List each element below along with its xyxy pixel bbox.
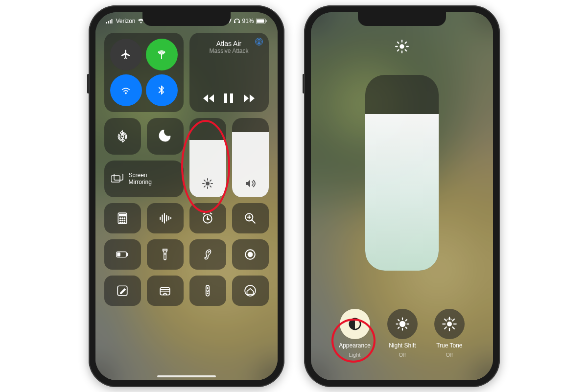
- night-shift-toggle[interactable]: Night Shift Off: [387, 309, 418, 358]
- notch: [142, 12, 231, 26]
- ear-icon: [201, 248, 214, 261]
- true-tone-toggle[interactable]: True Tone Off: [434, 309, 465, 358]
- svg-point-48: [207, 218, 208, 219]
- home-tile[interactable]: [232, 276, 269, 306]
- svg-point-36: [124, 222, 125, 223]
- alarm-tile[interactable]: [189, 203, 226, 233]
- svg-line-25: [210, 180, 211, 181]
- svg-point-30: [124, 217, 125, 219]
- controls-grid: [104, 203, 269, 306]
- waveform-icon: [159, 212, 171, 225]
- bluetooth-toggle[interactable]: [146, 74, 178, 106]
- headphones-status-icon: [234, 19, 240, 23]
- remote-tile[interactable]: [189, 276, 226, 306]
- now-playing-artist: Massive Attack: [194, 47, 264, 54]
- wallet-icon: [159, 284, 171, 297]
- svg-rect-54: [118, 253, 120, 256]
- brightness-slider-large[interactable]: [365, 75, 439, 271]
- svg-point-59: [248, 252, 253, 257]
- wifi-toggle[interactable]: [110, 74, 142, 106]
- svg-line-22: [204, 180, 205, 181]
- screen-brightness-detail: Appearance Light Night Shift Off True To…: [311, 12, 493, 380]
- appearance-label: Appearance: [339, 342, 371, 349]
- low-power-tile[interactable]: [104, 239, 141, 270]
- flashlight-tile[interactable]: [147, 239, 184, 270]
- notch: [358, 12, 446, 26]
- volume-slider[interactable]: [232, 118, 269, 197]
- airplane-icon: [120, 49, 131, 60]
- appearance-value: Light: [349, 352, 361, 358]
- hearing-tile[interactable]: [189, 239, 226, 270]
- carrier-label: Verizon: [116, 18, 136, 24]
- true-tone-icon: [442, 317, 457, 331]
- svg-point-86: [447, 322, 452, 326]
- svg-line-91: [445, 319, 447, 321]
- svg-point-77: [400, 321, 406, 327]
- cellular-icon: [156, 49, 167, 60]
- notes-tile[interactable]: [104, 276, 141, 306]
- svg-rect-2: [110, 20, 111, 23]
- svg-line-46: [203, 213, 205, 214]
- appearance-toggle[interactable]: Appearance Light: [339, 309, 371, 358]
- wallet-tile[interactable]: [147, 276, 184, 306]
- svg-line-94: [452, 319, 454, 321]
- airplay-icon[interactable]: [255, 38, 263, 47]
- night-shift-label: Night Shift: [389, 342, 416, 349]
- prev-track-button[interactable]: [203, 94, 214, 103]
- connectivity-panel[interactable]: [104, 33, 184, 112]
- svg-point-63: [207, 287, 208, 288]
- svg-point-57: [165, 253, 165, 254]
- svg-line-84: [398, 327, 399, 328]
- svg-line-93: [445, 327, 447, 329]
- svg-rect-0: [106, 22, 107, 23]
- remote-icon: [201, 284, 214, 297]
- home-indicator[interactable]: [157, 375, 216, 377]
- svg-rect-55: [127, 253, 128, 256]
- svg-rect-5: [257, 19, 264, 23]
- play-pause-button[interactable]: [224, 93, 233, 103]
- svg-point-17: [206, 182, 210, 185]
- calculator-icon: [116, 212, 129, 225]
- svg-point-35: [122, 222, 123, 223]
- alarm-icon: [201, 212, 214, 225]
- iphone-device-right: Appearance Light Night Shift Off True To…: [304, 5, 500, 387]
- do-not-disturb-toggle[interactable]: [147, 118, 184, 155]
- svg-line-85: [405, 320, 406, 321]
- signal-bars-icon: [106, 19, 114, 23]
- iphone-device-left: Verizon 91%: [89, 5, 284, 387]
- record-icon: [244, 248, 257, 261]
- cellular-data-toggle[interactable]: [146, 39, 178, 70]
- screen-record-tile[interactable]: [232, 239, 269, 270]
- now-playing-panel[interactable]: Atlas Air Massive Attack: [189, 33, 269, 112]
- brightness-slider[interactable]: [189, 118, 226, 197]
- voice-memos-tile[interactable]: [147, 203, 184, 233]
- true-tone-label: True Tone: [436, 342, 462, 349]
- orientation-lock-toggle[interactable]: [104, 118, 141, 155]
- screen-mirror-icon: [111, 174, 124, 184]
- brightness-header-icon: [395, 40, 409, 55]
- svg-point-64: [207, 290, 208, 291]
- svg-line-74: [397, 49, 398, 50]
- screen-control-center: Verizon 91%: [95, 12, 278, 380]
- calculator-tile[interactable]: [104, 203, 141, 233]
- airplane-mode-toggle[interactable]: [110, 39, 142, 70]
- magnifier-tile[interactable]: [232, 203, 269, 233]
- screen-mirroring-button[interactable]: Screen Mirroring: [104, 161, 184, 197]
- svg-line-47: [210, 213, 212, 214]
- svg-rect-1: [108, 21, 109, 23]
- battery-low-icon: [116, 248, 129, 261]
- magnifier-icon: [244, 212, 257, 225]
- appearance-icon: [348, 317, 362, 331]
- svg-point-34: [119, 222, 121, 223]
- home-icon: [244, 284, 257, 297]
- svg-rect-12: [224, 93, 227, 103]
- battery-icon: [256, 19, 267, 23]
- brightness-icon: [202, 178, 213, 189]
- battery-percent: 91%: [242, 18, 254, 24]
- wifi-icon: [120, 85, 131, 95]
- svg-line-73: [405, 49, 406, 50]
- svg-line-75: [405, 42, 406, 43]
- next-track-button[interactable]: [244, 94, 255, 103]
- flashlight-icon: [159, 248, 171, 261]
- compose-icon: [116, 284, 129, 297]
